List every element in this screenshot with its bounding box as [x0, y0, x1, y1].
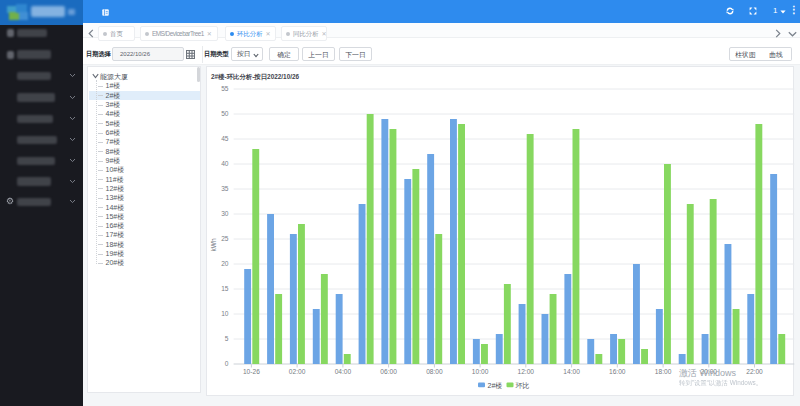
- svg-text:50: 50: [221, 110, 229, 117]
- svg-text:12:00: 12:00: [518, 368, 535, 375]
- svg-text:14:00: 14:00: [563, 368, 580, 375]
- svg-text:22:00: 22:00: [746, 368, 763, 375]
- svg-text:16:00: 16:00: [609, 368, 626, 375]
- svg-text:20: 20: [221, 260, 229, 267]
- svg-text:0: 0: [225, 360, 229, 367]
- svg-text:环比: 环比: [516, 382, 530, 389]
- svg-text:10: 10: [221, 310, 229, 317]
- svg-text:04:00: 04:00: [335, 368, 352, 375]
- svg-text:35: 35: [221, 185, 229, 192]
- svg-text:18:00: 18:00: [655, 368, 672, 375]
- svg-text:40: 40: [221, 160, 229, 167]
- svg-text:kWh: kWh: [210, 238, 217, 252]
- svg-text:08:00: 08:00: [426, 368, 443, 375]
- svg-text:2#楼: 2#楼: [488, 382, 503, 390]
- svg-text:55: 55: [221, 85, 229, 92]
- svg-text:06:00: 06:00: [380, 368, 397, 375]
- svg-text:15: 15: [221, 285, 229, 292]
- svg-text:25: 25: [221, 235, 229, 242]
- svg-text:45: 45: [221, 135, 229, 142]
- svg-text:30: 30: [221, 210, 229, 217]
- svg-text:10-26: 10-26: [243, 368, 260, 375]
- svg-text:5: 5: [225, 335, 229, 342]
- svg-text:10:00: 10:00: [472, 368, 489, 375]
- svg-text:02:00: 02:00: [289, 368, 306, 375]
